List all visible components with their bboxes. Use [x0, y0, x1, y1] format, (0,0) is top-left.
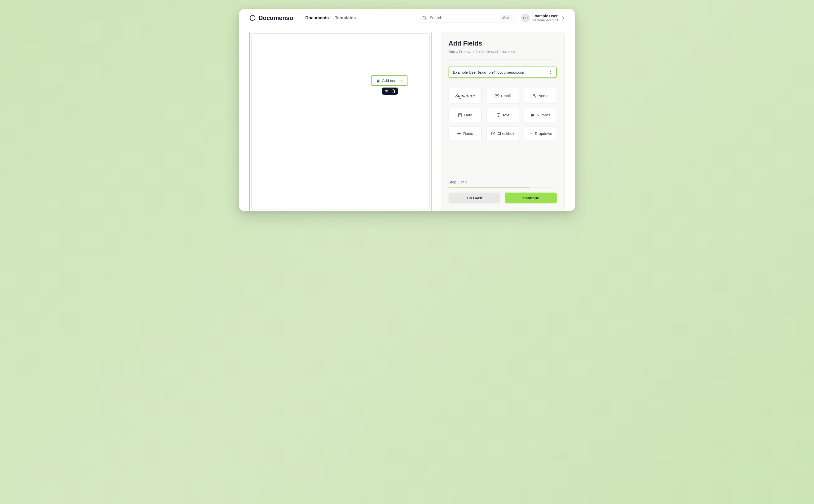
nav-documents[interactable]: Documents — [305, 15, 329, 20]
field-label: Dropdown — [535, 131, 552, 136]
field-checkbox[interactable]: Checkbox — [486, 127, 520, 140]
field-label: Name — [538, 94, 549, 98]
main-nav: Documents Templates — [305, 15, 355, 20]
field-grid: Signature Email Na — [449, 88, 557, 140]
field-text[interactable]: Text — [486, 108, 520, 122]
field-label: Number — [537, 113, 550, 117]
field-signature[interactable]: Signature — [449, 88, 482, 103]
content: Add number — [239, 27, 575, 211]
field-label: Radio — [463, 131, 473, 136]
field-radio[interactable]: Radio — [449, 127, 482, 140]
nav-templates[interactable]: Templates — [335, 15, 356, 20]
document-area[interactable]: Add number — [249, 32, 432, 211]
account-menu[interactable]: EU Example User Personal Account — [521, 13, 565, 23]
logo-icon — [249, 15, 256, 21]
svg-point-0 — [423, 16, 426, 19]
progress-fill — [449, 187, 530, 187]
field-date[interactable]: Date — [449, 108, 482, 122]
brand-name: Documenso — [258, 14, 293, 22]
settings-icon[interactable] — [384, 89, 388, 93]
svg-point-22 — [459, 133, 460, 134]
document-canvas[interactable]: Add number — [251, 33, 430, 209]
svg-point-6 — [385, 90, 386, 91]
panel-bottom: Step 3 of 4 Go Back Continue — [449, 173, 557, 203]
avatar: EU — [521, 13, 530, 23]
continue-button[interactable]: Continue — [505, 193, 557, 203]
header: Documenso Documents Templates ⌘+K EU Exa… — [239, 9, 575, 27]
hash-icon — [376, 79, 380, 83]
field-name[interactable]: Name — [524, 88, 557, 103]
checkbox-icon — [491, 131, 495, 136]
button-row: Go Back Continue — [449, 193, 557, 203]
svg-point-10 — [534, 94, 535, 96]
search-shortcut: ⌘+K — [500, 15, 512, 20]
progress-bar — [449, 187, 557, 187]
account-name: Example User — [533, 14, 558, 18]
account-text: Example User Personal Account — [533, 14, 558, 22]
search-icon — [422, 15, 427, 20]
field-label: Text — [503, 113, 510, 117]
app-window: Documenso Documents Templates ⌘+K EU Exa… — [239, 9, 575, 211]
chevron-updown-icon — [561, 16, 565, 20]
field-dropdown[interactable]: Dropdown — [524, 127, 557, 140]
recipient-label: Example User (example@documenso.com) — [453, 70, 527, 74]
user-icon — [532, 94, 536, 98]
panel-subtitle: Add all relevant fields for each recipie… — [449, 49, 557, 54]
panel-title: Add Fields — [449, 39, 557, 47]
chevron-down-icon — [529, 131, 533, 136]
svg-rect-11 — [459, 114, 462, 117]
field-number[interactable]: Number — [524, 108, 557, 122]
calendar-icon — [458, 113, 462, 117]
field-email[interactable]: Email — [486, 88, 520, 103]
brand-logo[interactable]: Documenso — [249, 14, 293, 22]
svg-point-8 — [386, 91, 387, 92]
search-box[interactable]: ⌘+K — [419, 13, 515, 23]
mail-icon — [495, 94, 499, 98]
field-label: Checkbox — [497, 131, 514, 136]
placed-field-label: Add number — [382, 78, 403, 83]
field-label: Signature — [455, 93, 475, 99]
account-type: Personal Account — [533, 18, 558, 22]
trash-icon[interactable] — [391, 89, 395, 93]
radio-icon — [457, 131, 461, 136]
go-back-button[interactable]: Go Back — [449, 193, 501, 203]
hash-icon — [530, 113, 535, 117]
field-label: Email — [501, 94, 511, 98]
chevron-updown-icon — [549, 71, 552, 74]
type-icon — [496, 113, 501, 117]
search-input[interactable] — [430, 16, 498, 20]
step-label: Step 3 of 4 — [449, 180, 557, 184]
recipient-select[interactable]: Example User (example@documenso.com) — [449, 67, 557, 78]
placed-field-number[interactable]: Add number — [371, 75, 408, 86]
sidebar-panel: Add Fields Add all relevant fields for e… — [441, 32, 565, 211]
field-label: Date — [464, 113, 472, 117]
field-toolbar — [382, 88, 398, 95]
